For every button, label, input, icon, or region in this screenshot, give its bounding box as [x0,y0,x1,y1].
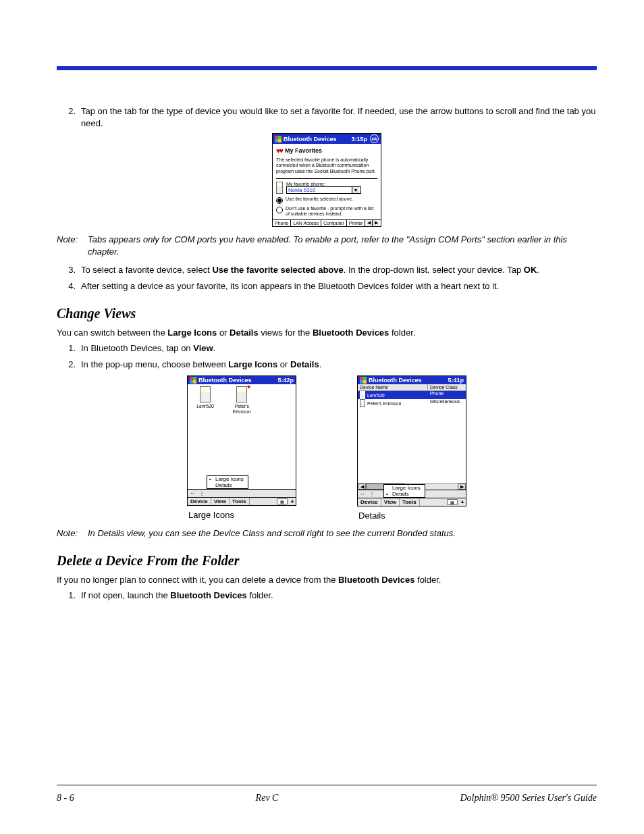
ok-button[interactable]: ok [370,134,379,143]
footer-page-number: 8 - 6 [57,793,74,804]
device-label: Peter'sEricsson [227,404,257,414]
scroll-left-button[interactable]: ◀ [358,484,366,490]
keyboard-icon[interactable]: ▦ [277,498,288,504]
phone-icon [276,182,283,194]
tab-computer[interactable]: Computer [321,220,347,226]
caption-details: Details [357,511,466,521]
chevron-down-icon: ▾ [352,187,359,193]
device-type-tabs: Phone LAN Access Computer Printer ◀ ▶ [273,219,381,226]
favorites-description: The selected favorite phone is automatic… [276,157,377,174]
menu-device[interactable]: Device [188,498,211,505]
bt-status-icon: ↔ [188,490,197,497]
step-number: 1. [57,342,81,355]
window-title: Bluetooth Devices [284,136,337,142]
note-label: Note: [57,527,88,540]
radio-icon [276,197,283,204]
favorites-label: My Favorites [285,147,322,154]
divider [276,178,377,179]
ppc-favorites-screenshot: Bluetooth Devices 3:15p ok ♥♥ My Favorit… [272,133,381,227]
radio-icon [276,207,283,213]
footer-guide-title: Dolphin® 9500 Series User's Guide [460,793,597,804]
device-icon [360,391,365,399]
delete-step-1: 1. If not open, launch the Bluetooth Dev… [57,590,597,602]
step-number: 2. [57,105,81,129]
delete-intro: If you no longer plan to connect with it… [57,574,597,586]
page-content: 2. Tap on the tab for the type of device… [57,101,597,606]
radio-use-favorite[interactable]: Use the favorite selected above. [276,197,377,203]
change-views-intro: You can switch between the Large Icons o… [57,327,597,339]
keyboard-icon[interactable]: ▦ [447,499,458,505]
device-favorite-icon [236,386,247,402]
window-time: 3:15p [351,136,367,142]
my-favorites-heading: ♥♥ My Favorites [276,147,377,155]
window-titlebar: Bluetooth Devices 3:15p ok [273,134,381,144]
tab-printer[interactable]: Printer [347,220,366,226]
details-row-selected[interactable]: Lenr520 Phone [358,391,466,399]
windows-icon [275,136,281,142]
bt-status-icon: ↔ [358,490,367,498]
signal-icon: ⋮ [197,490,207,497]
footer-revision: Rev C [256,793,279,804]
footer-rule [57,785,597,785]
note-text: In Details view, you can see the Device … [88,527,597,540]
menu-device[interactable]: Device [358,498,381,506]
step-2: 2. Tap on the tab for the type of device… [57,105,597,129]
window-titlebar: Bluetooth Devices 5:42p [188,376,296,384]
step-number: 4. [57,280,81,292]
tab-scroll-left-button[interactable]: ◀ [365,220,373,226]
dropdown-value: Nokia 6310 [288,187,352,193]
cv-step-1: 1. In Bluetooth Devices, tap on View. [57,342,597,355]
tab-scroll-right-button[interactable]: ▶ [373,220,379,226]
ppc-large-icons-screenshot: Bluetooth Devices 5:42p Lenr520 Peter'sE… [187,375,296,506]
col-device-class[interactable]: Device Class [428,384,466,390]
window-title: Bluetooth Devices [198,377,252,384]
step-number: 2. [57,359,81,371]
bottom-menubar: Device View Tools ▦ ▴ [188,497,296,505]
windows-icon [360,377,367,384]
menu-view[interactable]: View [381,498,400,506]
menu-item-details[interactable]: Details [207,482,248,488]
heading-change-views: Change Views [57,306,597,321]
step-3: 3. To select a favorite device, select U… [57,264,597,276]
ppc-details-screenshot: Bluetooth Devices 5:41p Device Name Devi… [357,375,466,506]
page-footer: 8 - 6 Rev C Dolphin® 9500 Series User's … [57,793,597,804]
caption-large-icons: Large Icons [187,510,296,520]
step-4: 4. After setting a device as your favori… [57,280,597,292]
chevron-up-icon[interactable]: ▴ [289,498,296,505]
favorite-phone-dropdown[interactable]: Nokia 6310 ▾ [286,186,361,194]
note-details-view: Note: In Details view, you can see the D… [57,527,597,540]
step-text: To select a favorite device, select Use … [81,264,597,276]
radio-label: Don't use a favorite - prompt me with a … [286,206,377,217]
device-icon [360,399,365,407]
radio-prompt-list[interactable]: Don't use a favorite - prompt me with a … [276,206,377,217]
details-row[interactable]: Peter's Ericsson Miscellaneous [358,399,466,407]
windows-icon [190,377,196,384]
menu-tools[interactable]: Tools [400,498,420,506]
menu-tools[interactable]: Tools [230,498,250,505]
window-titlebar: Bluetooth Devices 5:41p [358,376,466,384]
window-title: Bluetooth Devices [369,377,422,384]
chevron-up-icon[interactable]: ▴ [459,498,466,506]
view-popup-menu: Large Icons Details [207,475,248,489]
device-label: Lenr520 [190,404,220,409]
view-popup-menu: Large Icons Details [383,484,425,498]
col-device-name[interactable]: Device Name [358,384,428,390]
bottom-menu: ↔ ⋮ [188,489,296,497]
details-header: Device Name Device Class [358,384,466,391]
step-text: Tap on the tab for the type of device yo… [81,105,597,129]
window-time: 5:41p [448,377,464,384]
menu-view[interactable]: View [211,498,230,505]
note-tabs: Note: Tabs appears only for COM ports yo… [57,234,597,257]
tab-lan-access[interactable]: LAN Access [291,220,321,226]
menu-item-details[interactable]: Details [384,491,425,497]
menu-item-large-icons[interactable]: Large Icons [207,476,248,482]
hearts-icon: ♥♥ [276,147,282,155]
cv-step-2: 2. In the pop-up menu, choose between La… [57,359,597,371]
device-item[interactable]: Peter'sEricsson [227,386,257,414]
signal-icon: ⋮ [367,490,377,498]
device-item[interactable]: Lenr520 [190,386,220,409]
scroll-right-button[interactable]: ▶ [458,484,466,490]
menu-item-large-icons[interactable]: Large Icons [384,485,425,491]
tab-phone[interactable]: Phone [273,220,291,226]
step-text: In Bluetooth Devices, tap on View. [81,342,597,355]
